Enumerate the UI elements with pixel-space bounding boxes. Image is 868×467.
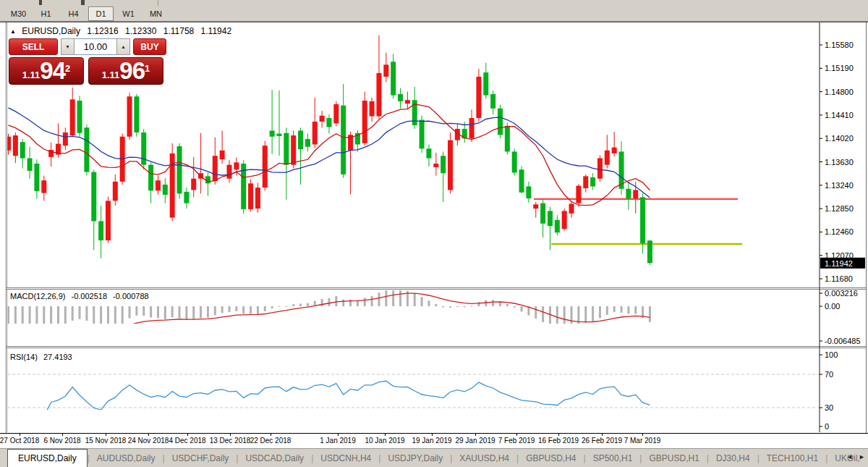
candle bbox=[113, 174, 118, 206]
candle bbox=[583, 174, 588, 193]
date-axis-label: 26 Feb 2019 bbox=[582, 437, 622, 445]
rsi-axis-label: 0 bbox=[825, 422, 829, 431]
tab-usdchf-daily[interactable]: USDCHF,Daily bbox=[165, 450, 237, 467]
candle-body-up bbox=[70, 99, 75, 135]
candle bbox=[383, 53, 388, 83]
macd-histogram-bar bbox=[100, 306, 102, 330]
tab-usdjpy-daily[interactable]: USDJPY,Daily bbox=[380, 450, 450, 467]
candle-body-down bbox=[555, 220, 560, 232]
mt4-window: M30H1H4D1W1MN ▲ EURUSD,Daily 1.12316 1.1… bbox=[0, 0, 868, 467]
candle bbox=[312, 98, 318, 148]
candle bbox=[48, 143, 54, 167]
date-axis-label: 4 Dec 2018 bbox=[169, 437, 205, 445]
tab-audusd-daily[interactable]: AUDUSD,Daily bbox=[90, 450, 163, 467]
timeframe-button-mn[interactable]: MN bbox=[143, 7, 169, 21]
price-axis-label: 1.15580 bbox=[825, 41, 854, 49]
timeframe-button-h1[interactable]: H1 bbox=[33, 7, 59, 21]
sell-button[interactable]: SELL bbox=[9, 38, 58, 55]
date-axis-label: 13 Dec 2018 bbox=[210, 437, 251, 445]
candle-body-up bbox=[376, 73, 381, 117]
tab-gbpusd-h4[interactable]: GBPUSD,H4 bbox=[519, 450, 583, 467]
macd-histogram-bar bbox=[150, 306, 152, 318]
candle bbox=[341, 84, 346, 178]
toolbar-icon-remnant bbox=[39, 0, 42, 5]
candle bbox=[255, 182, 260, 212]
tab-tech100-h1[interactable]: TECH100,H1 bbox=[760, 450, 825, 467]
date-tick bbox=[602, 434, 603, 436]
price-axis-label: 1.12850 bbox=[825, 204, 854, 213]
date-tick bbox=[148, 434, 149, 436]
candle-body-down bbox=[647, 240, 652, 263]
macd-histogram-bar bbox=[584, 306, 587, 323]
candle-body-down bbox=[391, 62, 396, 95]
macd-histogram-bar bbox=[50, 306, 52, 330]
candle-body-down bbox=[34, 164, 39, 191]
candle-body-down bbox=[284, 133, 289, 165]
candle bbox=[320, 111, 325, 127]
date-axis-label: 27 Oct 2018 bbox=[0, 437, 39, 445]
one-click-trading-panel: SELL ▼ ▲ BUY 1.11942 1.11961 bbox=[9, 38, 166, 85]
tab-usdcnh-h4[interactable]: USDCNH,H4 bbox=[313, 450, 378, 467]
buy-price-pips: 96 bbox=[119, 59, 145, 83]
tab-eurusd-daily[interactable]: EURUSD,Daily bbox=[7, 449, 88, 467]
candle-body-up bbox=[433, 164, 438, 167]
candle bbox=[469, 109, 475, 142]
date-axis[interactable]: 27 Oct 20186 Nov 201815 Nov 201824 Nov 2… bbox=[0, 433, 868, 449]
chart-tab-bar: EURUSD,Daily|AUDUSD,Daily|USDCHF,Daily|U… bbox=[0, 448, 868, 467]
candle bbox=[412, 87, 417, 129]
date-axis-label: 16 Feb 2019 bbox=[538, 437, 579, 445]
candle-body-up bbox=[370, 101, 375, 117]
candle bbox=[576, 184, 581, 206]
candle-body-down bbox=[490, 94, 495, 109]
rsi-value: 27.4193 bbox=[43, 353, 72, 361]
timeframe-button-w1[interactable]: W1 bbox=[116, 7, 141, 21]
window-border bbox=[6, 22, 7, 449]
buy-quote-button[interactable]: 1.11961 bbox=[88, 57, 163, 85]
volume-input[interactable] bbox=[75, 38, 116, 55]
tab-xauusd-h4[interactable]: XAUUSD,H4 bbox=[452, 450, 516, 467]
tab-dj30-h4[interactable]: DJ30,H4 bbox=[709, 450, 757, 467]
tab-gbpusd-h1[interactable]: GBPUSD,H1 bbox=[642, 450, 706, 467]
candle bbox=[483, 63, 488, 99]
candle bbox=[148, 162, 153, 203]
candle-body-down bbox=[77, 101, 82, 133]
candle bbox=[526, 182, 531, 203]
macd-histogram-bar bbox=[250, 306, 252, 314]
chart-window[interactable]: ▲ EURUSD,Daily 1.12316 1.12330 1.11758 1… bbox=[0, 22, 868, 449]
rsi-axis-label: 30 bbox=[825, 403, 833, 412]
macd-histogram-bar bbox=[179, 306, 181, 319]
timeframe-button-d1[interactable]: D1 bbox=[88, 7, 114, 21]
candle bbox=[433, 153, 438, 175]
volume-decrease-icon[interactable]: ▼ bbox=[61, 38, 75, 55]
candle-body-up bbox=[312, 122, 318, 144]
sell-price-pips: 94 bbox=[40, 59, 65, 83]
tab-scroll-right-icon[interactable]: ► bbox=[859, 453, 865, 460]
macd-histogram-bar bbox=[485, 300, 487, 306]
candle bbox=[191, 157, 196, 197]
volume-increase-icon[interactable]: ▲ bbox=[116, 38, 130, 55]
candle-body-up bbox=[562, 211, 567, 229]
candle-body-up bbox=[476, 77, 481, 118]
macd-histogram-bar bbox=[514, 306, 516, 308]
timeframe-button-m30[interactable]: M30 bbox=[6, 7, 31, 21]
tab-sp500-h1[interactable]: SP500,H1 bbox=[586, 450, 640, 467]
rsi-panel[interactable] bbox=[7, 374, 820, 422]
macd-histogram-bar bbox=[599, 306, 601, 318]
macd-histogram-bar bbox=[200, 306, 202, 318]
main-toolbar-remnant bbox=[0, 0, 868, 6]
macd-histogram-bar bbox=[14, 306, 17, 327]
buy-button[interactable]: BUY bbox=[133, 38, 166, 55]
timeframe-button-h4[interactable]: H4 bbox=[61, 7, 86, 21]
date-tick bbox=[475, 434, 476, 436]
collapse-icon[interactable]: ▲ bbox=[10, 28, 16, 35]
sell-quote-button[interactable]: 1.11942 bbox=[9, 57, 84, 85]
candle bbox=[590, 173, 595, 190]
macd-histogram-bar bbox=[7, 306, 9, 327]
price-axis-label: 1.11680 bbox=[825, 274, 853, 283]
date-tick bbox=[230, 434, 231, 436]
tab-usdcad-daily[interactable]: USDCAD,Daily bbox=[238, 450, 311, 467]
tab-scroll-left-icon[interactable]: ◄ bbox=[846, 453, 853, 460]
macd-histogram-bar bbox=[342, 300, 344, 306]
chart-header: ▲ EURUSD,Daily 1.12316 1.12330 1.11758 1… bbox=[10, 26, 236, 36]
macd-histogram-bar bbox=[93, 306, 95, 325]
